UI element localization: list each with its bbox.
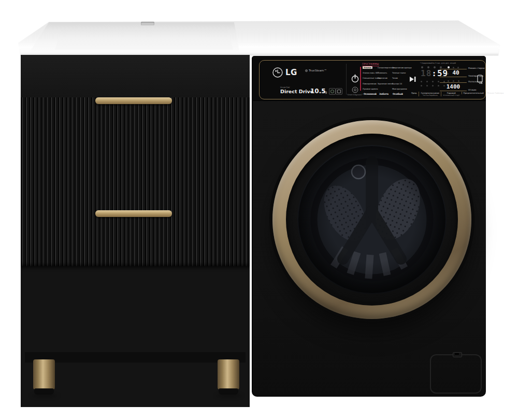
door-bezel [286, 134, 458, 306]
program-item[interactable]: Тихая [392, 77, 407, 79]
selected-program[interactable]: Хлопок [363, 66, 372, 69]
option-button-2[interactable]: Суперполоскание Чистка барабана [419, 92, 441, 96]
program-column-care[interactable]: Гипоаллергенная Освежить Бережная Удален… [378, 66, 392, 88]
leg-shadow [31, 394, 58, 398]
programs-header: ПРОГРАММЫ [362, 63, 379, 66]
cabinet-leg-left [33, 359, 55, 389]
direct-drive-label: Direct Drive [280, 89, 313, 94]
sink-basin-bottom [55, 29, 233, 50]
program-item[interactable]: Освежить [378, 71, 392, 74]
top-drawer-handle[interactable] [95, 97, 172, 104]
control-panel-frame: LG TrueSteam™ Inverter Direct Drive 10.5… [259, 60, 486, 99]
leg-shadow [215, 394, 242, 398]
program-item[interactable]: Быстро 14 [392, 82, 407, 85]
option-button-3[interactable]: Паровой Отложенный старт [441, 92, 461, 96]
drain-panel-latch-slot [455, 353, 459, 355]
drum-view [297, 145, 447, 294]
cabinet-bottom-drawer-front [21, 266, 250, 407]
washer-door[interactable] [272, 120, 471, 319]
spin-row[interactable]: 1400 Отжим [440, 83, 486, 91]
program-column-main[interactable]: Хлопок Хлопок макс. 60° Смешанные ткани … [363, 66, 377, 93]
option-button-5[interactable]: Режим Таймера [485, 92, 506, 94]
program-group-label-main: Основной [364, 93, 377, 95]
program-group-label-care: Забота [379, 93, 388, 95]
truesteam-label: TrueSteam™ [309, 69, 327, 72]
program-group-label-special: Особый [393, 93, 403, 95]
vanity-cabinet [21, 55, 250, 360]
bottom-drawer-handle[interactable] [95, 210, 172, 217]
brand-text: LG [285, 68, 297, 77]
start-pause-button-icon[interactable] [409, 76, 416, 83]
washing-machine: LG TrueSteam™ Inverter Direct Drive 10.5… [252, 56, 486, 397]
power-button-icon[interactable] [351, 74, 359, 83]
program-item[interactable]: Удаление пятен [378, 82, 392, 85]
product-photo-stage: LG TrueSteam™ Inverter Direct Drive 10.5… [0, 0, 518, 420]
option-button-4[interactable]: Предпочтительный [462, 92, 485, 94]
time-hours: 18 [421, 68, 431, 78]
program-item[interactable]: Гипоаллергенная [378, 66, 392, 69]
cabinet-plinth [25, 352, 246, 363]
program-item[interactable]: Спортивная одежда [392, 66, 407, 69]
panel-badge-icon-1 [329, 88, 336, 95]
program-item[interactable]: Бережная [378, 77, 392, 79]
panel-divider [346, 64, 347, 95]
program-column-special[interactable]: Спортивная одежда Темные ткани Тихая Быс… [392, 66, 407, 93]
program-item[interactable]: Моя программа [392, 88, 407, 90]
program-item[interactable]: Хлопок макс. 60° [363, 71, 377, 74]
time-separator: : [431, 68, 437, 78]
temperature-value: 40 [452, 69, 459, 76]
wash-mode-row[interactable]: Режим стирки [440, 64, 486, 69]
lg-logo-icon [272, 67, 283, 78]
wash-mode-label: Режим стирки [467, 67, 486, 69]
cabinet-fluted-drawer-front [21, 97, 250, 266]
control-panel: LG TrueSteam™ Inverter Direct Drive 10.5… [253, 56, 486, 101]
smart-diagnosis-label: Smart Diagnosis™ [347, 94, 364, 96]
faucet-hole [141, 22, 154, 25]
program-item[interactable]: Пуховое одеяло [363, 88, 377, 90]
door-glass [297, 145, 447, 294]
program-item[interactable]: Темные ткани [392, 71, 407, 74]
drain-filter-panel[interactable] [430, 354, 482, 394]
spin-value: 1400 [447, 83, 461, 90]
smart-diagnosis-icon [352, 86, 358, 93]
spin-label: Отжим [467, 89, 486, 91]
capacity-unit: kg [323, 90, 327, 94]
cabinet-top-band [21, 55, 250, 97]
door-add-item-icon [477, 74, 484, 84]
panel-badge-icon-2 [336, 88, 342, 95]
programs-accent-bar [360, 67, 361, 91]
option-button-1[interactable]: Пред. [410, 92, 419, 94]
option-buttons-row: Пред. Суперполоскание Чистка барабана Па… [410, 92, 475, 96]
cabinet-leg-right [218, 359, 239, 389]
program-item[interactable]: Повседневная [363, 82, 377, 85]
truesteam-icon [305, 69, 308, 72]
program-item[interactable]: Смешанные ткани [363, 77, 377, 79]
